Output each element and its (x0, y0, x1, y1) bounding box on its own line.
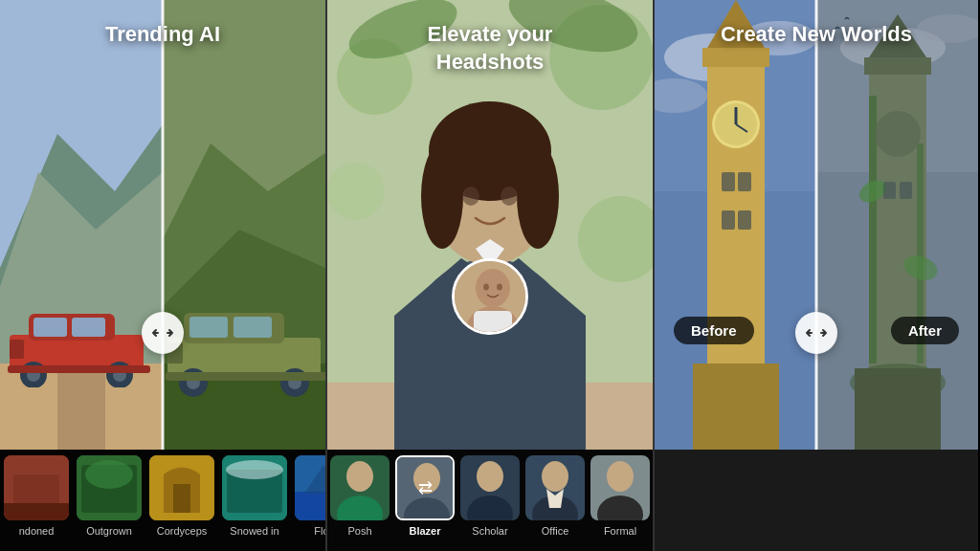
svg-rect-21 (189, 317, 228, 338)
svg-rect-113 (864, 57, 931, 75)
style-thumb-scholar (460, 455, 520, 520)
svg-point-69 (483, 284, 489, 291)
style-item-office[interactable]: Office (525, 455, 585, 537)
style-item-posh[interactable]: Posh (330, 455, 390, 537)
thumb-item-cordyceps[interactable]: Cordyceps (149, 455, 214, 537)
style-thumb-office (525, 455, 585, 520)
thumb-img-cordyceps (149, 455, 214, 520)
svg-point-39 (226, 460, 283, 479)
before-avatar (452, 258, 528, 335)
svg-point-70 (497, 284, 502, 291)
style-label-scholar: Scholar (472, 525, 507, 537)
world-comparison-divider (815, 0, 818, 450)
thumb-label-cordyceps: Cordyceps (157, 525, 208, 537)
style-label-blazer: Blazer (409, 525, 440, 537)
svg-rect-28 (166, 372, 325, 381)
style-thumb-formal (590, 455, 650, 520)
right-panel: Create New Worlds (655, 0, 978, 551)
comparison-slider-button[interactable] (142, 312, 184, 354)
svg-rect-102 (722, 172, 735, 191)
svg-point-60 (517, 143, 559, 249)
svg-point-34 (85, 460, 133, 489)
style-strip: Posh ⇄ Blazer (327, 450, 653, 551)
thumb-img-snowed (222, 455, 287, 520)
style-label-office: Office (542, 525, 569, 537)
svg-point-59 (421, 143, 463, 249)
right-panel-title: Create New Worlds (655, 21, 978, 49)
thumb-label-snowed: Snowed in (230, 525, 278, 537)
thumb-img-flood (295, 455, 325, 520)
thumb-label-outgrown: Outgrown (86, 525, 132, 537)
svg-point-118 (875, 111, 921, 157)
style-thumb-posh (330, 455, 390, 520)
svg-rect-123 (855, 368, 941, 450)
svg-rect-41 (295, 492, 325, 520)
svg-rect-8 (72, 318, 105, 337)
thumb-item-flood[interactable]: Flood (295, 455, 325, 537)
car-after-half (163, 0, 325, 450)
svg-rect-103 (738, 172, 751, 191)
world-after-half (816, 0, 978, 450)
svg-rect-36 (173, 484, 190, 513)
left-panel-title: Trending AI (0, 21, 325, 49)
svg-point-61 (462, 187, 479, 206)
svg-rect-13 (10, 340, 24, 359)
car-before-half (0, 0, 163, 450)
svg-rect-107 (693, 364, 779, 450)
svg-rect-120 (900, 182, 912, 199)
world-slider-button[interactable] (795, 312, 837, 354)
svg-rect-97 (702, 48, 769, 67)
thumb-item-abandoned[interactable]: ndoned (4, 455, 69, 537)
thumb-item-snowed[interactable]: Snowed in (222, 455, 287, 537)
left-panel: Trending AI (0, 0, 325, 551)
comparison-divider (162, 0, 165, 450)
svg-point-82 (542, 461, 568, 492)
middle-panel-title: Elevate your Headshots (327, 21, 653, 76)
svg-rect-30 (13, 474, 59, 508)
style-item-scholar[interactable]: Scholar (460, 455, 520, 537)
after-label: After (891, 317, 959, 344)
before-label: Before (674, 317, 754, 344)
svg-point-79 (477, 461, 503, 492)
style-label-formal: Formal (604, 525, 636, 537)
svg-point-73 (346, 461, 373, 492)
thumb-img-abandoned (4, 455, 69, 520)
style-label-posh: Posh (347, 525, 371, 537)
svg-rect-31 (4, 503, 69, 520)
svg-point-86 (607, 461, 634, 492)
svg-rect-119 (883, 182, 896, 199)
svg-rect-105 (738, 210, 751, 230)
middle-panel: Elevate your Headshots (325, 0, 655, 551)
world-comparison-scene: Before After (655, 0, 978, 450)
thumb-label-flood: Flood (314, 525, 325, 537)
svg-point-62 (501, 187, 518, 206)
world-before-half (655, 0, 816, 450)
svg-rect-7 (33, 318, 67, 337)
thumb-label-abandoned: ndoned (19, 525, 55, 537)
style-item-blazer[interactable]: ⇄ Blazer (395, 455, 455, 537)
thumb-img-outgrown (77, 455, 142, 520)
svg-point-67 (476, 269, 510, 307)
left-thumb-strip: ndoned Outgrown Cordyceps (0, 450, 325, 551)
car-comparison-scene (0, 0, 325, 450)
style-item-formal[interactable]: Formal (590, 455, 650, 537)
style-thumb-blazer: ⇄ (395, 455, 455, 520)
svg-rect-22 (234, 317, 272, 338)
svg-rect-14 (8, 365, 150, 373)
svg-rect-104 (722, 210, 735, 230)
thumb-item-outgrown[interactable]: Outgrown (77, 455, 142, 537)
